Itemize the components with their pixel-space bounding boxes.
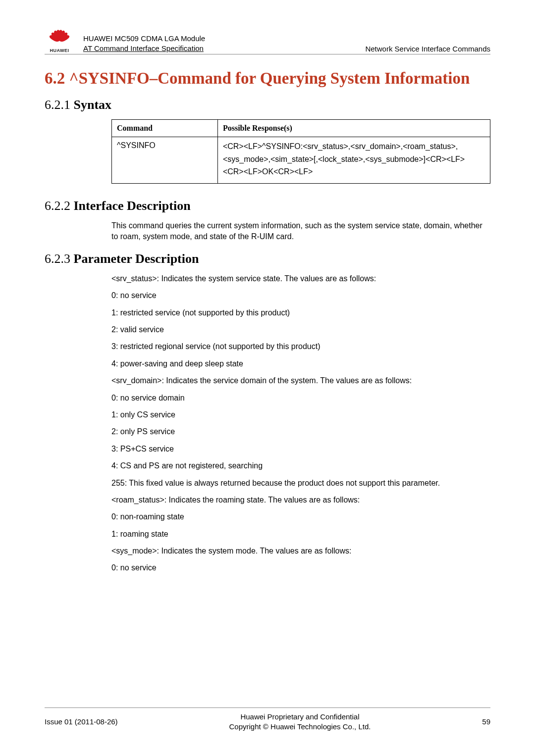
footer-issue: Issue 01 (2011-08-26) xyxy=(45,717,118,726)
resp-line-1: <CR><LF>^SYSINFO:<srv_status>,<srv_domai… xyxy=(223,141,485,152)
header-line1: HUAWEI MC509 CDMA LGA Module xyxy=(83,34,365,44)
footer-center: Huawei Proprietary and Confidential Copy… xyxy=(118,712,482,731)
subsection-num: 6.2.3 xyxy=(45,252,74,266)
param-line: 0: no service xyxy=(111,562,490,573)
huawei-logo: HUAWEI xyxy=(45,30,74,53)
logo-icon xyxy=(49,30,70,48)
header-line2: AT Command Interface Specification xyxy=(83,44,365,53)
param-line: 1: restricted service (not supported by … xyxy=(111,307,490,318)
header-doc-title: HUAWEI MC509 CDMA LGA Module AT Command … xyxy=(83,34,365,53)
subsection-label: Parameter Description xyxy=(74,252,199,266)
syntax-block: Command Possible Response(s) ^SYSINFO <C… xyxy=(111,119,490,184)
parameter-block: <srv_status>: Indicates the system servi… xyxy=(111,273,490,574)
th-command: Command xyxy=(112,120,218,137)
page-footer: Issue 01 (2011-08-26) Huawei Proprietary… xyxy=(45,707,490,731)
param-line: 4: CS and PS are not registered, searchi… xyxy=(111,460,490,471)
subsection-num: 6.2.1 xyxy=(45,98,74,112)
footer-page-number: 59 xyxy=(482,717,490,726)
param-line: 4: power-saving and deep sleep state xyxy=(111,358,490,369)
footer-copyright: Copyright © Huawei Technologies Co., Ltd… xyxy=(118,722,482,732)
param-line: 0: no service xyxy=(111,290,490,301)
subsection-interface: 6.2.2 Interface Description xyxy=(45,199,490,213)
subsection-num: 6.2.2 xyxy=(45,199,74,213)
interface-text: This command queries the current system … xyxy=(111,220,490,243)
param-line: 0: no service domain xyxy=(111,393,490,403)
param-line: 1: roaming state xyxy=(111,529,490,540)
interface-block: This command queries the current system … xyxy=(111,220,490,243)
param-line: 0: non-roaming state xyxy=(111,511,490,522)
footer-proprietary: Huawei Proprietary and Confidential xyxy=(118,712,482,722)
param-line: 255: This fixed value is always returned… xyxy=(111,478,490,489)
param-line: 1: only CS service xyxy=(111,409,490,420)
param-line: 2: valid service xyxy=(111,324,490,335)
subsection-syntax: 6.2.1 Syntax xyxy=(45,98,490,112)
param-line: <roam_status>: Indicates the roaming sta… xyxy=(111,495,490,505)
command-table: Command Possible Response(s) ^SYSINFO <C… xyxy=(111,119,490,184)
param-line: 3: restricted regional service (not supp… xyxy=(111,341,490,352)
resp-line-2: <sys_mode>,<sim_state>[,<lock_state>,<sy… xyxy=(223,154,485,165)
param-line: <srv_domain>: Indicates the service doma… xyxy=(111,375,490,386)
subsection-parameter: 6.2.3 Parameter Description xyxy=(45,252,490,266)
th-response: Possible Response(s) xyxy=(217,120,490,137)
param-line: <srv_status>: Indicates the system servi… xyxy=(111,273,490,284)
header-chapter: Network Service Interface Commands xyxy=(365,45,490,53)
param-line: 3: PS+CS service xyxy=(111,444,490,454)
section-title: 6.2 ^SYSINFO–Command for Querying System… xyxy=(45,68,490,89)
page-header: HUAWEI HUAWEI MC509 CDMA LGA Module AT C… xyxy=(45,30,490,54)
subsection-label: Syntax xyxy=(74,98,112,112)
param-line: 2: only PS service xyxy=(111,426,490,437)
response-cell: <CR><LF>^SYSINFO:<srv_status>,<srv_domai… xyxy=(217,137,490,184)
logo-text: HUAWEI xyxy=(50,48,69,53)
cmd-cell: ^SYSINFO xyxy=(112,137,218,184)
resp-line-3: <CR><LF>OK<CR><LF> xyxy=(223,166,485,177)
param-line: <sys_mode>: Indicates the system mode. T… xyxy=(111,546,490,556)
subsection-label: Interface Description xyxy=(74,199,191,213)
